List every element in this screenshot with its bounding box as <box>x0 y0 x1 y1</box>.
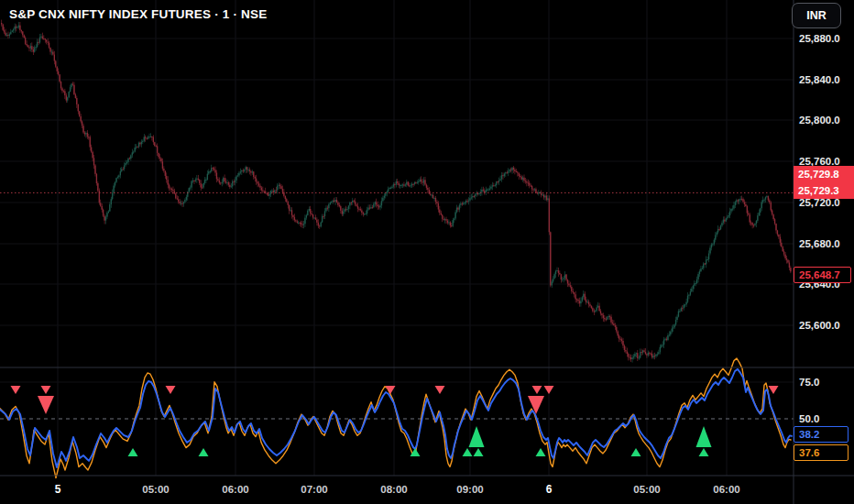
price-axis-label: 25,880.0 <box>799 33 840 44</box>
chart-canvas[interactable] <box>0 0 854 504</box>
sell-marker <box>38 396 54 414</box>
buy-marker <box>699 448 709 456</box>
buy-marker <box>199 448 209 456</box>
time-axis-label: 05:00 <box>142 484 169 495</box>
grid-layer <box>0 0 794 476</box>
price-axis-label: 25,840.0 <box>799 74 840 85</box>
time-axis-label: 09:00 <box>456 484 483 495</box>
sell-marker <box>532 386 542 394</box>
indicator-axis-label: 50.0 <box>799 413 819 424</box>
rsi-ma-line <box>0 358 791 478</box>
buy-marker <box>469 426 485 447</box>
sell-marker <box>544 386 554 394</box>
buy-marker <box>696 426 712 447</box>
bid-price-tag: 25,729.8 <box>794 166 854 182</box>
buy-marker <box>128 448 138 456</box>
price-axis-label: 25,600.0 <box>799 320 840 331</box>
rsi-value-tag: 38.2 <box>794 426 849 443</box>
sell-marker <box>41 386 51 394</box>
time-axis-label: 06:00 <box>713 484 739 495</box>
currency-button[interactable]: INR <box>792 3 841 28</box>
time-axis-label: 6 <box>546 483 553 496</box>
time-axis[interactable]: 505:0006:0007:0008:0009:00605:0006:00 <box>0 476 854 504</box>
time-axis-label: 05:00 <box>633 484 660 495</box>
price-axis-label: 25,680.0 <box>799 238 840 249</box>
time-axis-label: 06:00 <box>222 484 248 495</box>
price-axis[interactable]: 25,729.8 25,729.3 25,648.7 38.2 37.6 25,… <box>794 0 854 476</box>
time-axis-label: 5 <box>55 483 61 496</box>
time-axis-label: 08:00 <box>380 484 407 495</box>
sell-marker <box>769 386 779 394</box>
indicator-axis-label: 75.0 <box>799 377 819 388</box>
buy-marker <box>631 448 641 456</box>
buy-marker <box>463 448 473 456</box>
rsi-ma-value-tag: 37.6 <box>794 444 849 461</box>
time-axis-label: 07:00 <box>301 484 327 495</box>
buy-marker <box>536 448 546 456</box>
sell-marker <box>166 386 176 394</box>
candlestick-layer <box>1 20 791 363</box>
ask-price-tag: 25,729.3 <box>794 182 854 199</box>
rsi-line <box>0 369 792 467</box>
symbol-title[interactable]: S&P CNX NIFTY INDEX FUTURES · 1 · NSE <box>9 7 267 21</box>
sell-marker <box>11 386 21 394</box>
buy-marker <box>474 448 484 456</box>
last-price-tag: 25,648.7 <box>794 267 851 283</box>
chart-window: S&P CNX NIFTY INDEX FUTURES · 1 · NSE IN… <box>0 0 854 504</box>
sell-marker <box>435 386 445 394</box>
price-axis-label: 25,800.0 <box>799 115 840 126</box>
